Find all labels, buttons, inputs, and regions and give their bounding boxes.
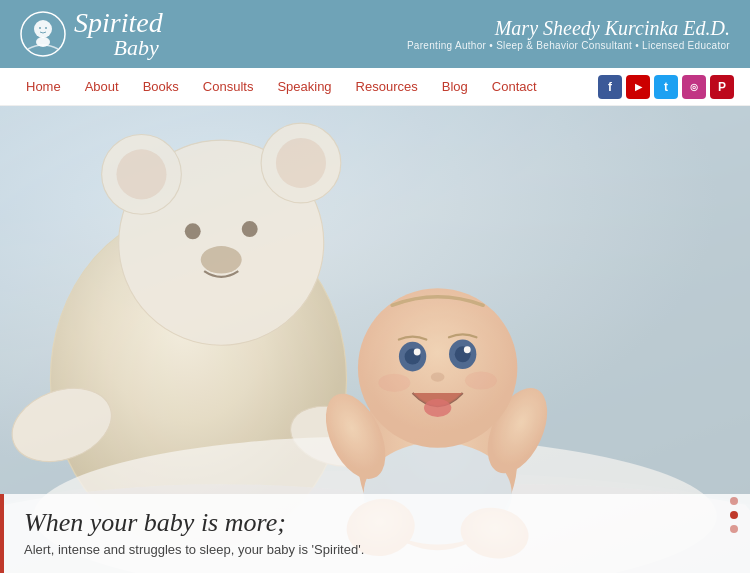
dot-3[interactable] <box>730 525 738 533</box>
author-subtitle: Parenting Author • Sleep & Behavior Cons… <box>407 40 730 51</box>
nav-blog[interactable]: Blog <box>432 73 478 100</box>
svg-point-2 <box>39 27 41 29</box>
svg-point-15 <box>201 246 242 273</box>
nav-consults[interactable]: Consults <box>193 73 264 100</box>
svg-point-10 <box>116 149 166 199</box>
caption-title: When your baby is more; <box>24 508 730 538</box>
instagram-button[interactable]: ◎ <box>682 75 706 99</box>
author-area: Mary Sheedy Kurcinka Ed.D. Parenting Aut… <box>407 17 730 51</box>
nav-contact[interactable]: Contact <box>482 73 547 100</box>
svg-point-30 <box>414 349 421 356</box>
slider-dots[interactable] <box>730 497 738 533</box>
social-icons: f ▶ t ◎ P <box>598 75 734 99</box>
svg-point-32 <box>431 373 445 382</box>
svg-point-3 <box>45 27 47 29</box>
nav-resources[interactable]: Resources <box>346 73 428 100</box>
twitter-button[interactable]: t <box>654 75 678 99</box>
logo-icon <box>20 11 66 57</box>
youtube-button[interactable]: ▶ <box>626 75 650 99</box>
dot-2[interactable] <box>730 511 738 519</box>
logo-baby: Baby <box>74 37 159 59</box>
svg-point-33 <box>424 399 451 417</box>
svg-point-31 <box>464 346 471 353</box>
hero-section: When your baby is more; Alert, intense a… <box>0 106 750 573</box>
dot-1[interactable] <box>730 497 738 505</box>
main-nav: Home About Books Consults Speaking Resou… <box>0 68 750 106</box>
pinterest-button[interactable]: P <box>710 75 734 99</box>
logo-spirited: Spirited <box>74 9 163 37</box>
logo-area: Spirited Baby <box>20 9 163 59</box>
svg-point-1 <box>34 20 52 38</box>
svg-point-12 <box>276 138 326 188</box>
logo-text: Spirited Baby <box>74 9 163 59</box>
author-name: Mary Sheedy Kurcinka Ed.D. <box>407 17 730 40</box>
nav-links: Home About Books Consults Speaking Resou… <box>16 73 547 100</box>
caption-bar: When your baby is more; Alert, intense a… <box>0 494 750 573</box>
nav-about[interactable]: About <box>75 73 129 100</box>
caption-subtitle: Alert, intense and struggles to sleep, y… <box>24 542 730 557</box>
site-header: Spirited Baby Mary Sheedy Kurcinka Ed.D.… <box>0 0 750 68</box>
svg-point-25 <box>358 288 517 447</box>
facebook-button[interactable]: f <box>598 75 622 99</box>
nav-books[interactable]: Books <box>133 73 189 100</box>
nav-speaking[interactable]: Speaking <box>267 73 341 100</box>
svg-point-14 <box>242 221 258 237</box>
svg-point-34 <box>378 374 410 392</box>
svg-point-13 <box>185 223 201 239</box>
nav-home[interactable]: Home <box>16 73 71 100</box>
svg-point-35 <box>465 371 497 389</box>
